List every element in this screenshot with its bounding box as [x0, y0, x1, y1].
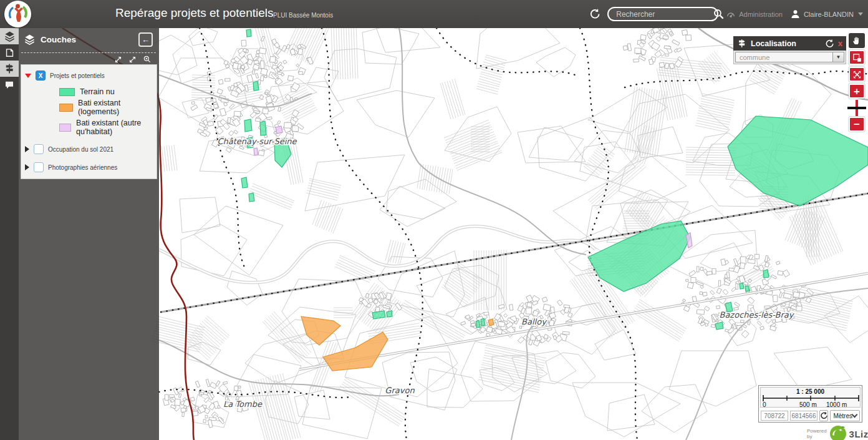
user-menu[interactable]: Claire-BLANDIN	[790, 9, 863, 19]
minus-icon: −	[854, 119, 860, 130]
map-polygon-autre[interactable]	[686, 233, 692, 248]
sidebar-item-layers[interactable]	[0, 28, 19, 44]
layer-checkbox-checked[interactable]: X	[36, 71, 46, 81]
scale-tick-label: 1000 m	[826, 401, 847, 408]
brand-label: 3Liz	[849, 429, 868, 439]
zoom-box-icon	[852, 53, 862, 62]
localisation-panel: Localisation x commune ▼	[733, 36, 846, 64]
boundary-dotted	[322, 28, 423, 440]
hand-icon	[852, 36, 862, 46]
map-label: Balloy	[521, 317, 547, 326]
gauge-icon	[726, 9, 736, 19]
close-icon[interactable]: x	[838, 39, 842, 47]
page-subtitle: PLUI Bassée Montois	[273, 12, 333, 19]
admin-label: Administration	[739, 11, 783, 18]
signpost-icon	[4, 63, 15, 74]
layer-group-row: X Projets et potentiels	[25, 71, 153, 81]
plus-icon: +	[854, 86, 860, 97]
map-polygon-logements[interactable]	[301, 316, 340, 345]
boundary-dotted	[625, 71, 868, 87]
map-polygon-terrain[interactable]	[241, 177, 248, 188]
admin-menu[interactable]: Administration	[726, 9, 783, 19]
pan-button[interactable]	[849, 33, 865, 48]
sidebar-item-localisation[interactable]	[0, 61, 19, 77]
zoom-out-button[interactable]: −	[849, 117, 865, 132]
refresh-icon[interactable]	[589, 9, 600, 19]
coordinate-x-input[interactable]	[761, 411, 788, 421]
sidebar-item-print[interactable]	[0, 44, 19, 61]
3liz-logo-icon	[829, 425, 847, 440]
map-polygon-terrain[interactable]	[763, 270, 769, 278]
search-box	[607, 7, 718, 21]
app-logo	[4, 1, 31, 27]
layer-group-row: Occupation du sol 2021	[25, 144, 153, 154]
refresh-icon[interactable]	[825, 39, 834, 48]
expand-arrow-icon[interactable]	[25, 146, 29, 152]
header: Repérage projets et potentiels PLUI Bass…	[0, 0, 868, 28]
map-polygon-terrain[interactable]	[244, 119, 252, 132]
chevron-down-icon	[852, 412, 858, 418]
expand-arrow-icon[interactable]	[25, 164, 29, 170]
dock-iconbar	[0, 28, 19, 440]
zoom-slider-handle[interactable]	[847, 107, 866, 109]
scalebar: 1 : 25 000 0 500 m 1000 m	[760, 387, 861, 408]
search-input[interactable]	[616, 10, 713, 19]
map-polygon-terrain[interactable]	[740, 283, 744, 289]
units-select[interactable]: Mètres	[830, 410, 860, 421]
signpost-icon	[737, 39, 746, 48]
clipboard-icon	[4, 47, 15, 58]
search-icon[interactable]	[713, 8, 725, 20]
layer-group-label[interactable]: Projets et potentiels	[50, 72, 105, 79]
expand-arrows-icon	[852, 70, 862, 79]
user-icon	[790, 9, 801, 19]
map-polygon-terrain[interactable]	[728, 116, 868, 206]
scale-tick-label: 0	[763, 401, 766, 408]
layer-checkbox-unchecked[interactable]	[34, 144, 44, 154]
logo-icon	[4, 1, 31, 27]
map-polygon-terrain[interactable]	[246, 29, 251, 37]
legend-swatch-terrain-nu	[59, 88, 75, 96]
layer-checkbox-unchecked[interactable]	[34, 162, 44, 172]
dock-separator	[21, 52, 156, 53]
map-polygon-terrain[interactable]	[253, 81, 259, 90]
zoom-in-button[interactable]: +	[849, 84, 865, 99]
layer-group-row: Photographies aériennes	[25, 162, 153, 172]
layers-icon	[24, 34, 36, 46]
page-title: Repérage projets et potentiels	[115, 6, 274, 20]
map-linework	[62, 28, 868, 440]
map-label: Bazoches-lès-Bray	[719, 310, 794, 320]
dock-title: Couches	[41, 35, 76, 44]
select-arrow-button[interactable]: ▼	[832, 52, 844, 62]
map-polygon-autre[interactable]	[276, 126, 282, 134]
localisation-title: Localisation	[751, 39, 821, 48]
scale-text: 1 : 25 000	[761, 388, 860, 395]
zoom-extent-button[interactable]	[849, 67, 865, 82]
scale-panel: 1 : 25 000 0 500 m 1000 m Mètres	[758, 385, 862, 423]
sidebar-item-comments[interactable]	[0, 77, 19, 93]
map-polygon-terrain[interactable]	[387, 311, 392, 317]
layer-group-label[interactable]: Occupation du sol 2021	[48, 146, 113, 153]
refresh-coords-button[interactable]	[819, 410, 828, 421]
map-polygon-logements[interactable]	[488, 319, 494, 326]
collapse-arrow-icon[interactable]	[25, 74, 31, 78]
coordinate-y-input[interactable]	[790, 411, 817, 421]
boundary-dotted	[436, 28, 575, 75]
powered-by-label: Powered by	[807, 428, 827, 439]
map-label: Gravon	[385, 386, 415, 395]
legend-swatch-logements	[59, 104, 73, 112]
user-label: Claire-BLANDIN	[804, 11, 854, 18]
map-label: La Tombe	[223, 399, 263, 409]
dock-collapse-button[interactable]: ←	[138, 32, 153, 47]
powered-by: Powered by 3Liz	[807, 425, 868, 440]
chevron-down-icon	[858, 12, 863, 16]
map-polygon-terrain[interactable]	[260, 121, 266, 135]
layer-tree: X Projets et potentiels Terrain nu Bati …	[21, 64, 157, 179]
commune-select[interactable]: commune	[735, 52, 832, 62]
map-polygon-terrain[interactable]	[745, 286, 750, 291]
map-polygon-autre[interactable]	[254, 148, 258, 155]
map-polygon-terrain[interactable]	[249, 193, 254, 202]
map-polygon-terrain[interactable]	[372, 311, 385, 319]
map-polygon-terrain[interactable]	[715, 322, 723, 330]
zoom-box-button[interactable]	[849, 50, 865, 65]
layer-group-label[interactable]: Photographies aériennes	[48, 164, 117, 171]
